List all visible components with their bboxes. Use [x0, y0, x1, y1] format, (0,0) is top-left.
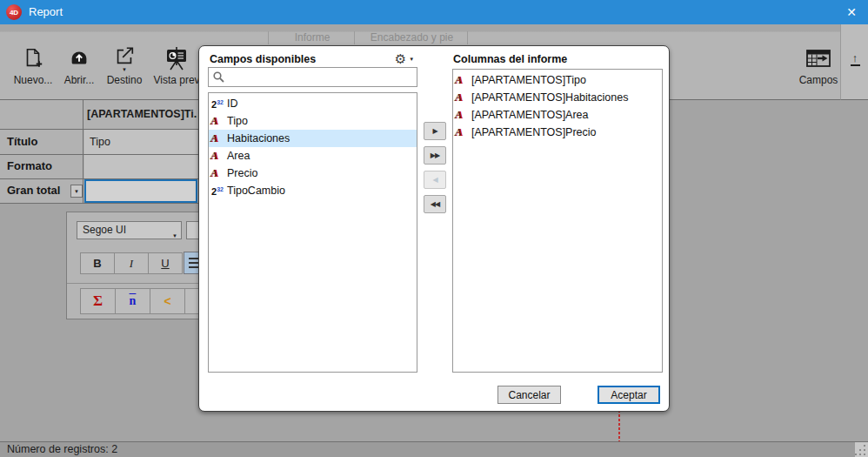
list-item[interactable]: 232ID [209, 95, 417, 112]
dropdown-caret-icon: ▼ [74, 189, 79, 194]
preview-button[interactable]: Vista prev [151, 45, 202, 86]
up-arrow-bar [851, 64, 860, 66]
list-item[interactable]: ATipo [209, 112, 417, 130]
list-item[interactable]: A[APARTAMENTOS]Area [453, 106, 662, 124]
list-item[interactable]: AArea [209, 147, 417, 165]
open-button[interactable]: Abrir... [54, 45, 104, 86]
column-name: [APARTAMENTOS]Habitaciones [471, 91, 628, 104]
font-family-value: Segoe UI [83, 224, 126, 236]
status-bar [0, 441, 868, 457]
fields-dialog: Campos disponibles ⚙ ▼ 232ID ATipo AHabi… [198, 45, 670, 412]
font-family-select[interactable]: Segoe UI ▼ [77, 221, 182, 239]
fields-button-label: Campos [793, 74, 844, 86]
format-panel: Segoe UI ▼ B I U Σ n < [66, 212, 205, 319]
less-than-icon: < [164, 294, 170, 308]
titulo-value-cell[interactable]: Tipo [84, 130, 197, 154]
column-header-cell[interactable]: [APARTAMENTOS]Ti... [84, 101, 197, 128]
destination-icon [99, 45, 150, 68]
avg-icon: n [130, 294, 137, 308]
new-button-label: Nuevo... [8, 74, 58, 86]
ok-button[interactable]: Aceptar [598, 386, 660, 404]
column-properties-table: [APARTAMENTOS]Ti... Título Tipo Formato … [0, 100, 199, 204]
open-tray-icon [54, 45, 104, 71]
destination-button-label: Destino [99, 74, 150, 86]
fields-button[interactable]: Campos [793, 45, 844, 86]
field-type-icon: A [211, 117, 227, 125]
grid-line [83, 100, 83, 203]
min-button[interactable]: < [150, 288, 185, 314]
gear-menu-button[interactable]: ⚙ ▼ [391, 50, 418, 67]
field-name: ID [227, 97, 238, 110]
tab-informe[interactable]: Informe [271, 31, 353, 44]
list-item[interactable]: A[APARTAMENTOS]Habitaciones [453, 89, 662, 106]
list-item[interactable]: A[APARTAMENTOS]Precio [453, 124, 662, 141]
tab-separator [467, 31, 468, 44]
bold-button[interactable]: B [80, 252, 115, 274]
add-column-button[interactable]: ▶ [424, 122, 446, 140]
resize-grip[interactable] [855, 442, 868, 457]
underline-button[interactable]: U [148, 252, 183, 274]
row-label-formato: Formato [7, 154, 52, 178]
field-name: Area [227, 150, 250, 162]
add-all-columns-button[interactable]: ▶▶ [424, 146, 446, 165]
search-input[interactable] [227, 71, 417, 84]
dropdown-caret-icon: ▼ [172, 228, 177, 245]
field-search-box[interactable] [208, 67, 417, 87]
column-name: [APARTAMENTOS]Tipo [471, 74, 586, 86]
field-type-icon: A [456, 76, 471, 84]
report-columns-title: Columnas del informe [453, 53, 567, 65]
field-type-icon: 232 [211, 98, 227, 109]
preview-easel-icon [151, 45, 202, 71]
remove-all-columns-button[interactable]: ◀◀ [424, 195, 446, 213]
4d-logo-icon: 4D [6, 4, 22, 20]
title-bar[interactable]: 4D Report ✕ [0, 0, 868, 24]
aggregate-buttons: Σ n < [81, 288, 204, 314]
field-name: Precio [227, 167, 257, 179]
field-name: Habitaciones [227, 132, 290, 144]
average-button[interactable]: n [115, 288, 150, 314]
list-item[interactable]: APrecio [209, 165, 417, 182]
ribbon-right-strip: ↑ [840, 24, 868, 100]
list-item[interactable]: A[APARTAMENTOS]Tipo [453, 71, 662, 89]
gear-icon: ⚙ [395, 52, 406, 65]
preview-button-label: Vista prev [151, 74, 202, 86]
available-fields-list[interactable]: 232ID ATipo AHabitaciones AArea APrecio … [208, 92, 417, 373]
field-type-icon: 232 [211, 185, 227, 196]
field-type-icon: A [456, 128, 471, 137]
collapse-ribbon-button[interactable]: ↑ [846, 52, 864, 66]
new-document-icon [8, 45, 58, 71]
row-label-gran-total: Gran total [7, 178, 60, 203]
tab-separator [268, 31, 269, 44]
list-item[interactable]: 232TipoCambio [209, 182, 417, 199]
field-name: TipoCambio [227, 185, 285, 197]
gran-total-dropdown-button[interactable]: ▼ [70, 185, 83, 198]
field-type-icon: A [211, 134, 227, 143]
row-label-titulo: Título [7, 129, 37, 154]
grid-line [0, 203, 199, 204]
up-arrow-icon: ↑ [852, 52, 858, 64]
close-icon[interactable]: ✕ [837, 0, 866, 24]
sigma-icon: Σ [93, 292, 103, 310]
tab-separator [354, 31, 355, 44]
report-columns-list[interactable]: A[APARTAMENTOS]Tipo A[APARTAMENTOS]Habit… [452, 69, 663, 373]
column-name: [APARTAMENTOS]Area [471, 109, 589, 121]
cancel-button[interactable]: Cancelar [497, 386, 561, 404]
gear-caret-icon: ▼ [409, 57, 414, 62]
text-style-buttons: B I U [81, 252, 183, 274]
available-fields-title: Campos disponibles [210, 53, 316, 65]
sum-button[interactable]: Σ [80, 288, 116, 314]
tab-encabezado[interactable]: Encabezado y pie [357, 31, 466, 44]
italic-button[interactable]: I [114, 252, 149, 274]
window-title: Report [29, 0, 63, 24]
destination-button[interactable]: ▼ Destino [99, 45, 150, 86]
record-count-label: Número de registros: 2 [7, 443, 117, 455]
formato-value-cell[interactable] [84, 155, 197, 178]
column-name: [APARTAMENTOS]Precio [471, 126, 597, 138]
new-button[interactable]: Nuevo... [8, 45, 58, 86]
panel-divider [67, 283, 204, 284]
page-break-guide [618, 410, 620, 441]
fields-table-icon [793, 45, 844, 71]
gran-total-value-cell[interactable] [84, 179, 197, 203]
field-type-icon: A [211, 169, 227, 178]
list-item-selected[interactable]: AHabitaciones [209, 130, 417, 147]
